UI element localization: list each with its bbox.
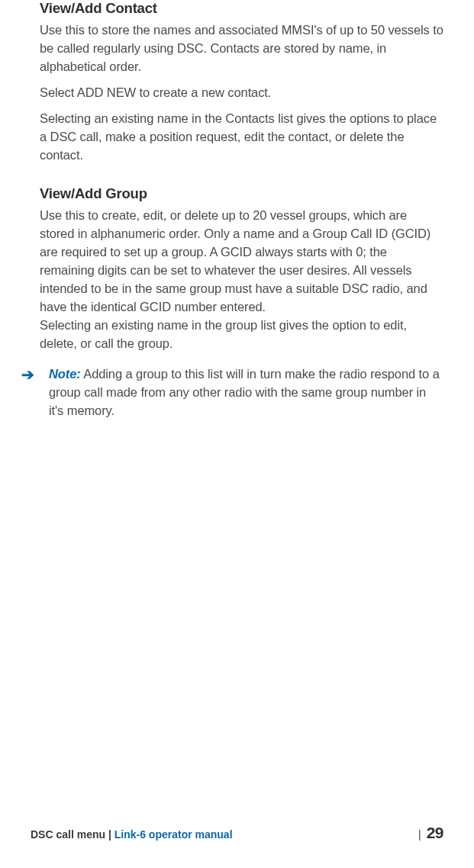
- content-area: View/Add Contact Use this to store the n…: [31, 0, 443, 420]
- paragraph: Use this to store the names and associat…: [40, 21, 443, 76]
- footer-section: DSC call menu: [31, 828, 105, 841]
- footer-left: DSC call menu | Link-6 operator manual: [31, 828, 233, 841]
- page-number: 29: [427, 824, 443, 841]
- document-page: View/Add Contact Use this to store the n…: [0, 0, 474, 868]
- footer-pipe: |: [418, 828, 424, 841]
- arrow-right-icon: ➔: [21, 367, 34, 382]
- paragraph: Selecting an existing name in the Contac…: [40, 110, 443, 165]
- footer-brand: Link-6 operator manual: [114, 828, 233, 841]
- note-label: Note:: [49, 367, 81, 381]
- paragraph: Use this to create, edit, or delete up t…: [40, 207, 443, 317]
- footer-right: | 29: [418, 824, 443, 842]
- heading-view-add-contact: View/Add Contact: [40, 0, 443, 17]
- page-footer: DSC call menu | Link-6 operator manual |…: [31, 824, 443, 842]
- paragraph: Select ADD NEW to create a new contact.: [40, 84, 443, 102]
- note-block: ➔ Note: Adding a group to this list will…: [40, 365, 443, 420]
- heading-view-add-group: View/Add Group: [40, 185, 443, 202]
- note-text: Note: Adding a group to this list will i…: [49, 365, 443, 420]
- footer-sep: |: [105, 828, 114, 841]
- paragraph: Selecting an existing name in the group …: [40, 317, 443, 353]
- note-body: Adding a group to this list will in turn…: [49, 367, 440, 417]
